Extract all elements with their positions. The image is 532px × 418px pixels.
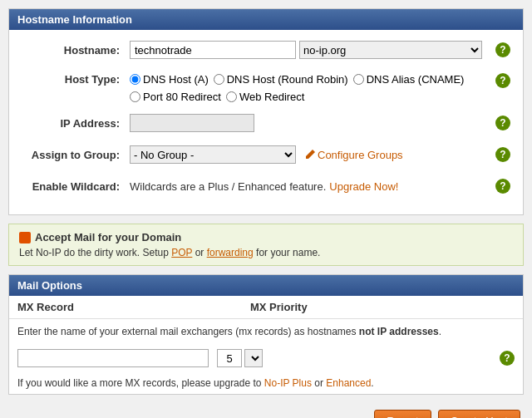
create-host-button[interactable]: Create Host — [438, 410, 520, 418]
wildcard-help-icon[interactable]: ? — [495, 179, 510, 194]
ip-address-row: IP Address: ? — [22, 111, 510, 135]
mail-options-header: Mail Options — [9, 275, 523, 296]
hostname-panel-body: Hostname: no-ip.org no-ip.com no-ip.biz … — [9, 30, 523, 214]
mail-banner-body: Let No-IP do the dirty work. Setup POP o… — [19, 247, 513, 258]
assign-group-content: - No Group - Configure Groups — [130, 145, 490, 164]
wildcard-label: Enable Wildcard: — [22, 180, 130, 193]
configure-groups-link[interactable]: Configure Groups — [304, 149, 403, 161]
mail-help-icon[interactable]: ? — [500, 351, 515, 366]
radio-dns-host-rr[interactable]: DNS Host (Round Robin) — [214, 73, 348, 86]
mail-banner: Accept Mail for your Domain Let No-IP do… — [8, 224, 524, 266]
mail-table-header: MX Record MX Priority — [9, 296, 523, 319]
ip-address-help-icon[interactable]: ? — [495, 116, 510, 130]
mx-priority-input[interactable] — [217, 349, 242, 367]
host-type-label: Host Type: — [22, 73, 130, 86]
mx-priority-select[interactable]: ▼ 5 10 15 — [244, 349, 263, 367]
ip-address-label: IP Address: — [22, 117, 130, 130]
host-type-radio-group-2: Port 80 Redirect Web Redirect — [130, 91, 304, 103]
radio-dns-host-rr-label: DNS Host (Round Robin) — [227, 73, 348, 86]
assign-group-row: Assign to Group: - No Group - Configure … — [22, 143, 510, 166]
mail-options-panel: Mail Options MX Record MX Priority Enter… — [8, 274, 524, 395]
revert-btn-wrapper: Revert Сброс — [374, 410, 431, 418]
bottom-bar: Revert Сброс Create Host Отправить — [8, 403, 524, 418]
ip-address-content — [130, 114, 490, 132]
assign-group-label: Assign to Group: — [22, 149, 130, 161]
not-ip-text: not IP addresses — [359, 326, 439, 337]
host-type-radio-group-1: DNS Host (A) DNS Host (Round Robin) DNS … — [130, 73, 464, 86]
ip-address-input[interactable] — [130, 114, 254, 132]
mx-priority-header: MX Priority — [250, 301, 308, 313]
pencil-icon — [304, 149, 316, 160]
hostname-help-icon[interactable]: ? — [495, 42, 510, 57]
mail-banner-title-text: Accept Mail for your Domain — [35, 231, 181, 243]
configure-groups-text: Configure Groups — [318, 149, 403, 161]
hostname-input[interactable] — [130, 41, 296, 59]
pop-link[interactable]: POP — [171, 247, 192, 258]
mx-record-input[interactable] — [17, 349, 209, 367]
hostname-panel-title: Hostname Information — [17, 13, 132, 26]
mail-desc-end: . — [439, 326, 441, 337]
upgrade-now-link[interactable]: Upgrade Now! — [329, 180, 398, 193]
radio-web-redirect-label: Web Redirect — [239, 91, 305, 103]
mail-banner-title: Accept Mail for your Domain — [19, 231, 513, 243]
host-type-help-icon[interactable]: ? — [495, 73, 510, 88]
mx-priority-wrapper: ▼ 5 10 15 — [217, 349, 263, 367]
wildcard-content: Wildcards are a Plus / Enhanced feature.… — [130, 180, 490, 193]
domain-select[interactable]: no-ip.org no-ip.com no-ip.biz no-ip.us n… — [299, 41, 482, 59]
mail-banner-body-text: Let No-IP do the dirty work. Setup — [19, 247, 171, 258]
hostname-row: Hostname: no-ip.org no-ip.com no-ip.biz … — [22, 38, 510, 61]
radio-port80[interactable]: Port 80 Redirect — [130, 91, 221, 103]
radio-dns-alias[interactable]: DNS Alias (CNAME) — [353, 73, 465, 86]
mx-record-header: MX Record — [17, 301, 250, 313]
radio-dns-host-a-label: DNS Host (A) — [143, 73, 209, 86]
host-type-row: Host Type: DNS Host (A) DNS Host (Round … — [22, 70, 510, 103]
group-select[interactable]: - No Group - — [130, 145, 296, 164]
hostname-panel-header: Hostname Information — [9, 9, 523, 30]
create-btn-wrapper: Create Host Отправить — [438, 410, 520, 418]
mail-desc-text: Enter the name of your external mail exc… — [17, 326, 359, 337]
assign-group-help-icon[interactable]: ? — [495, 147, 510, 162]
radio-port80-label: Port 80 Redirect — [143, 91, 221, 103]
host-type-content: DNS Host (A) DNS Host (Round Robin) DNS … — [130, 73, 490, 103]
page-wrapper: Hostname Information Hostname: no-ip.org… — [0, 0, 532, 418]
noip-plus-link[interactable]: No-IP Plus — [264, 377, 312, 389]
wildcard-text: Wildcards are a Plus / Enhanced feature. — [130, 180, 326, 193]
mail-upgrade-text: If you would like a more MX records, ple… — [9, 372, 523, 394]
hostname-content: no-ip.org no-ip.com no-ip.biz no-ip.us n… — [130, 41, 490, 59]
revert-button[interactable]: Revert — [374, 410, 431, 418]
upgrade-text-end: . — [371, 377, 373, 389]
mail-description: Enter the name of your external mail exc… — [9, 319, 523, 344]
radio-dns-host-a[interactable]: DNS Host (A) — [130, 73, 209, 86]
radio-web-redirect[interactable]: Web Redirect — [226, 91, 305, 103]
mail-banner-icon — [19, 232, 31, 243]
mail-banner-end: for your name. — [254, 247, 321, 258]
mail-options-title: Mail Options — [17, 279, 82, 292]
upgrade-text-start: If you would like a more MX records, ple… — [17, 377, 264, 389]
upgrade-or-text: or — [312, 377, 326, 389]
forwarding-link[interactable]: forwarding — [207, 247, 254, 258]
hostname-panel: Hostname Information Hostname: no-ip.org… — [8, 8, 524, 215]
hostname-label: Hostname: — [22, 44, 130, 57]
radio-dns-alias-label: DNS Alias (CNAME) — [367, 73, 465, 86]
mail-banner-or: or — [192, 247, 206, 258]
mail-inputs-row: ▼ 5 10 15 ? — [9, 344, 523, 372]
wildcard-row: Enable Wildcard: Wildcards are a Plus / … — [22, 175, 510, 198]
enhanced-link[interactable]: Enhanced — [326, 377, 371, 389]
